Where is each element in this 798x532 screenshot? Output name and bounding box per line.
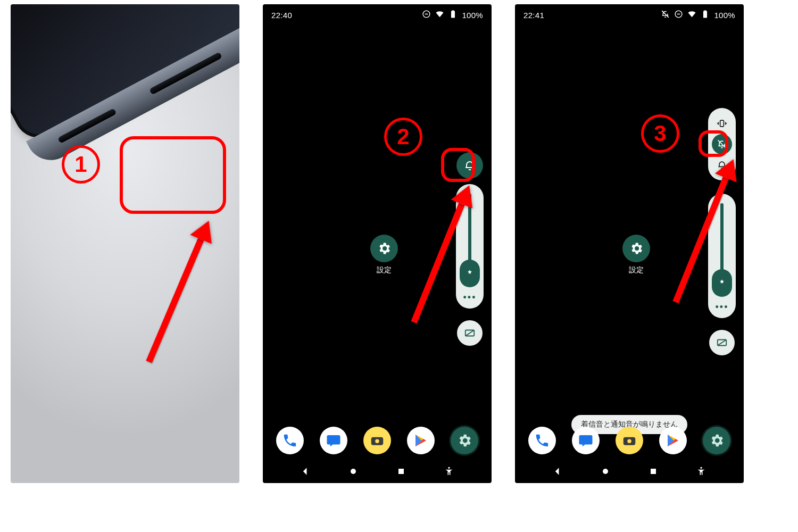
settings-app-shortcut[interactable]: 設定 <box>370 235 398 275</box>
vibrate-mode-option[interactable] <box>713 114 731 132</box>
status-time: 22:40 <box>271 11 292 20</box>
svg-point-7 <box>448 467 450 469</box>
volume-slider-thumb[interactable] <box>460 260 480 287</box>
nav-home[interactable] <box>348 466 359 479</box>
panel-step-3: 22:41 <box>515 4 744 483</box>
battery-icon <box>448 10 458 20</box>
svg-point-13 <box>627 439 631 444</box>
battery-percent: 100% <box>462 11 483 20</box>
step-number-badge: 1 <box>62 145 100 184</box>
status-bar: 22:41 <box>515 10 744 20</box>
dnd-icon <box>674 10 683 20</box>
annotation-highlight-volume-button <box>120 136 226 214</box>
battery-icon <box>701 10 710 20</box>
camera-app[interactable] <box>363 427 391 454</box>
svg-point-16 <box>700 467 702 469</box>
step-number-badge: 2 <box>384 118 422 156</box>
nav-accessibility[interactable] <box>696 466 706 479</box>
nav-home[interactable] <box>600 466 611 479</box>
wifi-icon <box>435 10 444 20</box>
volume-more-dots[interactable]: ••• <box>716 302 729 312</box>
phone-app[interactable] <box>276 427 304 454</box>
svg-point-4 <box>375 439 379 444</box>
nav-bar <box>263 466 492 479</box>
messages-app[interactable] <box>572 427 600 454</box>
play-store-app[interactable] <box>659 427 687 454</box>
live-caption-button[interactable] <box>457 320 483 346</box>
nav-bar <box>515 466 744 479</box>
panel-step-2: 22:40 <box>263 4 492 483</box>
phone-app[interactable] <box>528 427 556 454</box>
bell-off-icon <box>661 10 670 20</box>
settings-app-label: 設定 <box>629 265 644 275</box>
battery-percent: 100% <box>714 11 735 20</box>
messages-app[interactable] <box>320 427 347 454</box>
settings-app-shortcut[interactable]: 設定 <box>622 235 650 275</box>
svg-rect-15 <box>651 469 656 474</box>
svg-point-14 <box>603 469 608 474</box>
dock <box>515 427 744 454</box>
dnd-icon <box>422 10 431 20</box>
dock <box>263 427 492 454</box>
nav-back[interactable] <box>300 466 311 479</box>
volume-more-dots[interactable]: ••• <box>463 293 477 302</box>
volume-slider-thumb[interactable] <box>712 269 732 297</box>
nav-accessibility[interactable] <box>444 466 454 479</box>
nav-recents[interactable] <box>648 466 659 479</box>
step-number-badge: 3 <box>641 114 679 153</box>
settings-app-label: 設定 <box>377 265 392 275</box>
wifi-icon <box>687 10 696 20</box>
settings-app[interactable] <box>703 427 730 454</box>
status-time: 22:41 <box>523 11 544 20</box>
play-store-app[interactable] <box>407 427 435 454</box>
nav-recents[interactable] <box>396 466 406 479</box>
annotation-highlight-mute-option <box>699 130 728 157</box>
settings-app[interactable] <box>451 427 478 454</box>
nav-back[interactable] <box>552 466 563 479</box>
panel-step-1: 1 <box>11 4 239 483</box>
svg-rect-10 <box>720 120 724 127</box>
camera-app[interactable] <box>616 427 643 454</box>
status-bar: 22:40 <box>263 10 492 20</box>
svg-point-5 <box>351 469 356 474</box>
annotation-highlight-ring-button <box>441 148 475 182</box>
svg-rect-6 <box>398 469 404 474</box>
live-caption-button[interactable] <box>709 330 735 355</box>
